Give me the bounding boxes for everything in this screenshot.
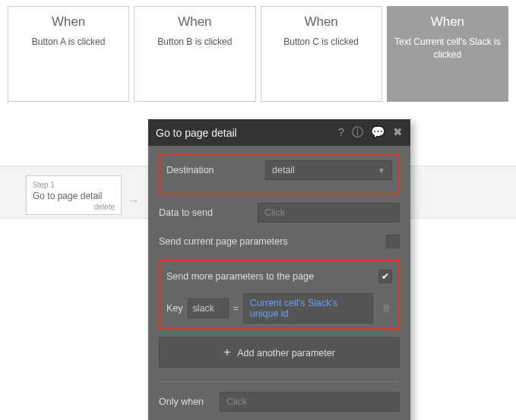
event-box-c[interactable]: When Button C is clicked — [261, 6, 382, 102]
panel-title: Go to page detail — [156, 127, 338, 139]
send-current-checkbox[interactable] — [386, 235, 400, 248]
only-when-label: Only when — [159, 396, 220, 407]
send-current-label: Send current page parameters — [159, 236, 386, 247]
event-box-row: When Button A is clicked When Button B i… — [0, 0, 516, 102]
step-number: Step 1 — [33, 181, 115, 189]
destination-value: detail — [272, 165, 295, 175]
help-icon[interactable]: ? — [338, 125, 344, 140]
add-parameter-label: Add another parameter — [237, 348, 335, 358]
event-desc: Button B is clicked — [139, 36, 250, 49]
step-delete-link[interactable]: delete — [33, 203, 115, 211]
event-box-a[interactable]: When Button A is clicked — [8, 6, 129, 102]
event-box-active[interactable]: When Text Current cell's Slack is clicke… — [387, 6, 508, 102]
arrow-right-icon: → — [128, 194, 140, 207]
event-when-label: When — [13, 14, 124, 30]
event-desc: Button C is clicked — [266, 36, 377, 49]
send-more-highlight: Send more parameters to the page ✔ Key s… — [159, 260, 400, 330]
step-card[interactable]: Step 1 Go to page detail delete — [26, 175, 122, 215]
info-icon[interactable]: ⓘ — [352, 125, 363, 140]
equals-sign: = — [233, 303, 239, 314]
close-icon[interactable]: ✖ — [393, 125, 403, 140]
send-more-label: Send more parameters to the page — [166, 271, 378, 282]
event-desc: Text Current cell's Slack is clicked — [392, 36, 503, 62]
event-when-label: When — [392, 14, 503, 30]
param-key-input[interactable]: slack — [188, 298, 229, 318]
event-when-label: When — [266, 14, 377, 30]
destination-select[interactable]: detail ▼ — [265, 160, 392, 180]
step-title: Go to page detail — [33, 191, 115, 201]
data-to-send-label: Data to send — [159, 207, 258, 218]
chevron-down-icon: ▼ — [378, 166, 385, 175]
data-to-send-input[interactable]: Click — [258, 203, 400, 223]
add-parameter-button[interactable]: + Add another parameter — [159, 337, 400, 368]
destination-highlight: Destination detail ▼ — [159, 153, 400, 194]
param-value-input[interactable]: Current cell's Slack's unique id — [243, 293, 373, 324]
event-box-b[interactable]: When Button B is clicked — [134, 6, 255, 102]
property-panel: Go to page detail ? ⓘ 💬 ✖ Destination de… — [148, 119, 410, 420]
plus-icon: + — [223, 346, 230, 358]
event-desc: Button A is clicked — [13, 36, 124, 49]
panel-header[interactable]: Go to page detail ? ⓘ 💬 ✖ — [148, 119, 410, 146]
destination-label: Destination — [166, 165, 265, 175]
event-when-label: When — [139, 14, 250, 30]
comment-icon[interactable]: 💬 — [371, 125, 385, 140]
send-more-checkbox[interactable]: ✔ — [378, 270, 392, 283]
only-when-input[interactable]: Click — [220, 392, 400, 412]
divider — [159, 381, 400, 382]
key-label: Key — [166, 303, 183, 314]
trash-icon[interactable]: 🗑 — [382, 303, 392, 314]
